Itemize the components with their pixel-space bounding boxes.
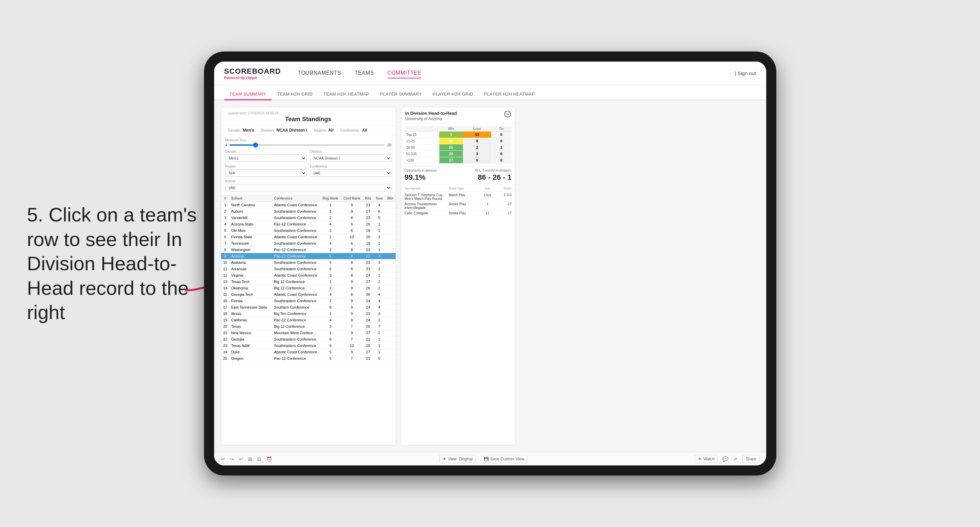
row-rank: 8	[221, 247, 230, 253]
row-rds: 20	[363, 234, 374, 240]
division-select[interactable]: NCAA Division I	[310, 154, 391, 162]
clock-icon[interactable]: ⏰	[266, 456, 272, 462]
update-time: Update time: 27/03/2024 16:56:26	[228, 111, 389, 115]
comment-icon[interactable]: 💬	[722, 456, 728, 462]
table-row[interactable]: 22 Georgia Southeastern Conference 8 7 2…	[221, 336, 396, 343]
row-tour: 4	[373, 298, 385, 304]
view-original-btn[interactable]: 👁 View: Original	[439, 455, 476, 463]
h2h-loss-cell: 0	[463, 157, 491, 163]
table-row[interactable]: 7 Tennessee Southeastern Conference 4 6 …	[221, 240, 396, 247]
table-row[interactable]: 18 Illinois Big Ten Conference 1 9 23 3	[221, 311, 396, 317]
table-row[interactable]: 1 North Carolina Atlantic Coast Conferen…	[221, 202, 396, 208]
row-tour: 4	[373, 304, 385, 311]
th-reg-rank: Reg Rank	[320, 195, 341, 202]
nav-committee[interactable]: COMMITTEE	[388, 68, 422, 78]
row-school: Florida State	[230, 234, 273, 240]
table-row[interactable]: 11 Arkansas Southeastern Conference 6 8 …	[221, 266, 396, 272]
sub-nav-team-h2h-heatmap[interactable]: TEAM H2H HEATMAP	[318, 89, 375, 100]
min-rounds-slider[interactable]	[229, 144, 385, 146]
table-row[interactable]: 20 Texas Big 12 Conference 3 7 20 7	[221, 324, 396, 330]
watch-icon: 👁	[698, 457, 702, 461]
copy-icon[interactable]: ⊞	[248, 456, 252, 462]
undo-icon[interactable]: ↩	[221, 456, 225, 462]
table-row[interactable]: 10 Alabama Southeastern Conference 5 8 2…	[221, 259, 396, 266]
school-select[interactable]: (All)	[225, 184, 391, 192]
table-row[interactable]: 16 Florida Southeastern Conference 7 9 2…	[221, 298, 396, 304]
row-tour: 5	[373, 215, 385, 221]
filter-row-top: Gender: Men's Division: NCAA Division I …	[221, 126, 396, 135]
row-reg-rank: 1	[320, 202, 341, 208]
sub-nav-team-h2h-grid[interactable]: TEAM H2H GRID	[272, 89, 318, 100]
row-rds: 23	[363, 202, 374, 208]
nav-tournaments[interactable]: TOURNAMENTS	[298, 68, 341, 78]
row-rds: 18	[363, 227, 374, 234]
h2h-header-row: Win Loss Tie	[405, 126, 512, 132]
row-conference: Southeastern Conference	[272, 240, 320, 247]
table-row[interactable]: 9 Arizona Pac-12 Conference 5 8 23 3	[221, 253, 396, 259]
th-conf-rank: Conf Rank	[341, 195, 363, 202]
nav-teams[interactable]: TEAMS	[355, 68, 374, 78]
table-row[interactable]: 23 Texas A&M Southeastern Conference 9 1…	[221, 343, 396, 349]
row-rank: 10	[221, 259, 230, 266]
row-win	[385, 279, 396, 285]
table-row[interactable]: 21 New Mexico Mountain West Conference 1…	[221, 330, 396, 336]
save-custom-btn[interactable]: 💾 Save Custom View	[481, 455, 527, 463]
redo-icon-2[interactable]: ↩	[239, 456, 243, 462]
row-rank: 17	[221, 304, 230, 311]
region-select[interactable]: N/A	[225, 169, 307, 177]
sub-nav-player-summary[interactable]: PLAYER SUMMARY	[375, 89, 427, 100]
sub-nav-player-h2h-heatmap[interactable]: PLAYER H2H HEATMAP	[479, 89, 540, 100]
row-conference: Pac-12 Conference	[272, 356, 320, 362]
tourn-type: Match Play	[449, 193, 481, 200]
row-conf-rank: 8	[341, 215, 363, 221]
redo-icon-1[interactable]: ↪	[230, 456, 234, 462]
close-button[interactable]: ✕	[504, 111, 511, 117]
row-school: Illinois	[230, 311, 273, 317]
row-school: North Carolina	[230, 202, 273, 208]
table-row[interactable]: 13 Texas Tech Big 12 Conference 1 9 27 2	[221, 279, 396, 285]
tournament-header: Tournament Event Type Pos Score	[405, 187, 512, 192]
table-row[interactable]: 25 Oregon Pac-12 Conference 5 7 21 0	[221, 356, 396, 362]
row-reg-rank: 1	[320, 279, 341, 285]
share-icon-btn[interactable]: ↗	[733, 456, 737, 462]
h2h-loss-cell: 3	[463, 151, 491, 157]
table-row[interactable]: 5 Ole Miss Southeastern Conference 3 6 1…	[221, 227, 396, 234]
row-rank: 6	[221, 234, 230, 240]
table-row[interactable]: 14 Oklahoma Big 12 Conference 2 8 26 2	[221, 285, 396, 291]
row-conference: Atlantic Coast Conference	[272, 202, 320, 208]
row-win	[385, 324, 396, 330]
table-row[interactable]: 3 Vanderbilt Southeastern Conference 2 8…	[221, 215, 396, 221]
tourn-type: Stroke Play	[449, 211, 481, 215]
table-row[interactable]: 15 Georgia Tech Atlantic Coast Conferenc…	[221, 291, 396, 298]
table-row[interactable]: 4 Arizona State Pac-12 Conference 4 6 26…	[221, 221, 396, 227]
gender-select[interactable]: Men's	[225, 154, 307, 162]
table-row[interactable]: 2 Auburn Southeastern Conference 1 9 27 …	[221, 208, 396, 215]
sign-out[interactable]: | Sign out	[735, 70, 756, 76]
sub-nav-team-summary[interactable]: TEAM SUMMARY	[224, 89, 272, 100]
row-win	[385, 343, 396, 349]
row-rds: 26	[363, 221, 374, 227]
conference-select[interactable]: (All)	[310, 169, 391, 177]
watch-btn[interactable]: 👁 Watch	[695, 455, 718, 463]
table-row[interactable]: 6 Florida State Atlantic Coast Conferenc…	[221, 234, 396, 240]
table-row[interactable]: 12 Virginia Atlantic Coast Conference 3 …	[221, 272, 396, 279]
row-tour: 3	[373, 311, 385, 317]
tourn-pos: Loss	[482, 193, 493, 200]
row-conf-rank: 6	[341, 221, 363, 227]
region-conference-row: Region N/A Conference (All)	[225, 165, 391, 177]
share-btn[interactable]: Share	[742, 455, 759, 463]
sub-nav-player-h2h-grid[interactable]: PLAYER H2H GRID	[427, 89, 479, 100]
row-conf-rank: 9	[341, 279, 363, 285]
main-content: Update time: 27/03/2024 16:56:26 Team St…	[214, 100, 766, 452]
row-rank: 22	[221, 336, 230, 343]
table-row[interactable]: 8 Washington Pac-12 Conference 2 8 23 1	[221, 247, 396, 253]
table-row[interactable]: 24 Duke Atlantic Coast Conference 5 9 27…	[221, 349, 396, 356]
tourn-name: Jackson T. Stephens Cup Men's Match-Play…	[405, 193, 447, 200]
table-row[interactable]: 17 East Tennessee State Southern Confere…	[221, 304, 396, 311]
row-conference: Mountain West Conference	[272, 330, 320, 336]
paste-icon[interactable]: ⊟	[257, 456, 261, 462]
row-rds: 20	[363, 343, 374, 349]
th-rds: Rds	[363, 195, 374, 202]
row-school: Vanderbilt	[230, 215, 273, 221]
table-row[interactable]: 19 California Pac-12 Conference 4 8 24 2	[221, 317, 396, 324]
